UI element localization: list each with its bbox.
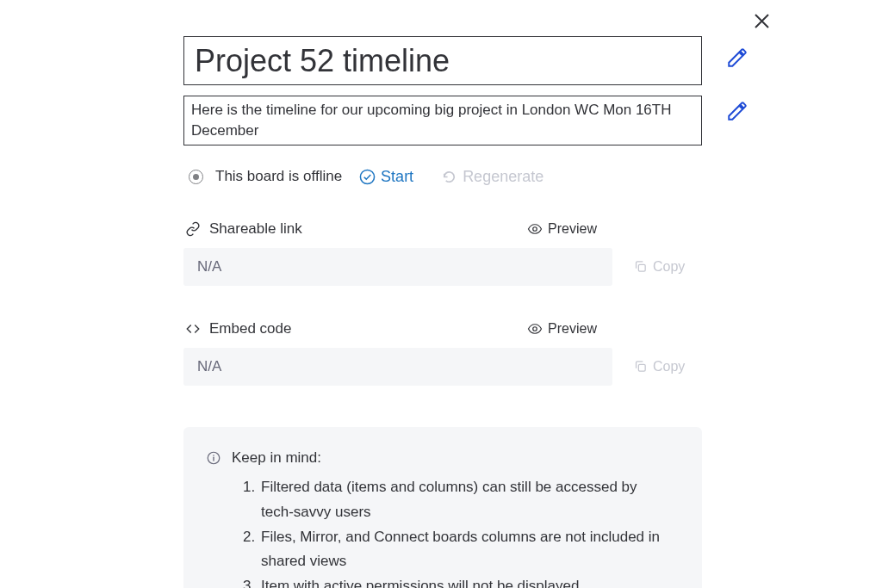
shareable-link-value[interactable]: N/A (183, 248, 612, 286)
shareable-link-section: Shareable link Preview N/A Copy (183, 220, 702, 286)
keep-item: Item with active permissions will not be… (259, 574, 673, 588)
keep-heading: Keep in mind: (232, 449, 321, 467)
embed-code-title: Embed code (185, 320, 291, 337)
copy-embed-button: Copy (633, 359, 702, 374)
pencil-icon (726, 46, 748, 69)
start-button[interactable]: Start (359, 168, 413, 186)
keep-item: Filtered data (items and columns) can st… (259, 475, 673, 525)
preview-share-label: Preview (548, 221, 597, 237)
page-title: Project 52 timeline (195, 42, 691, 79)
offline-radio[interactable] (189, 170, 203, 184)
info-icon (206, 450, 221, 466)
copy-icon (633, 359, 648, 374)
copy-icon (633, 259, 648, 274)
svg-rect-2 (638, 265, 645, 272)
copy-embed-label: Copy (653, 359, 685, 374)
keep-item: Files, Mirror, and Connect boards column… (259, 525, 673, 575)
copy-share-button: Copy (633, 259, 702, 275)
regenerate-button: Regenerate (441, 168, 543, 186)
offline-status-text: This board is offline (215, 168, 342, 185)
keep-in-mind-box: Keep in mind: Filtered data (items and c… (183, 427, 702, 588)
edit-title-button[interactable] (726, 46, 748, 69)
copy-share-label: Copy (653, 259, 685, 275)
svg-point-3 (533, 327, 537, 331)
svg-rect-4 (638, 365, 645, 372)
pencil-icon (726, 100, 748, 122)
preview-share-button[interactable]: Preview (527, 221, 597, 237)
embed-code-label: Embed code (209, 320, 291, 337)
preview-embed-button[interactable]: Preview (527, 321, 597, 337)
embed-code-value[interactable]: N/A (183, 348, 612, 386)
page-description: Here is the timeline for our upcoming bi… (191, 100, 694, 141)
status-row: This board is offline Start Regenerate (183, 168, 702, 186)
start-label: Start (381, 168, 413, 186)
radio-dot-icon (193, 174, 199, 180)
eye-icon (527, 221, 543, 237)
shareable-link-title: Shareable link (185, 220, 302, 238)
keep-list: Filtered data (items and columns) can st… (206, 475, 673, 588)
close-button[interactable] (751, 10, 772, 31)
check-circle-icon (359, 169, 376, 185)
edit-description-button[interactable] (726, 100, 748, 122)
svg-point-0 (361, 170, 375, 183)
shareable-link-label: Shareable link (209, 220, 302, 238)
preview-embed-label: Preview (548, 321, 597, 337)
description-input[interactable]: Here is the timeline for our upcoming bi… (183, 96, 702, 145)
eye-icon (527, 321, 543, 337)
link-icon (185, 221, 201, 237)
code-icon (185, 321, 201, 337)
regenerate-label: Regenerate (463, 168, 543, 186)
refresh-icon (441, 169, 457, 185)
svg-point-1 (533, 227, 537, 232)
close-icon (755, 14, 769, 28)
title-input[interactable]: Project 52 timeline (183, 36, 702, 85)
embed-code-section: Embed code Preview N/A Copy (183, 320, 702, 386)
